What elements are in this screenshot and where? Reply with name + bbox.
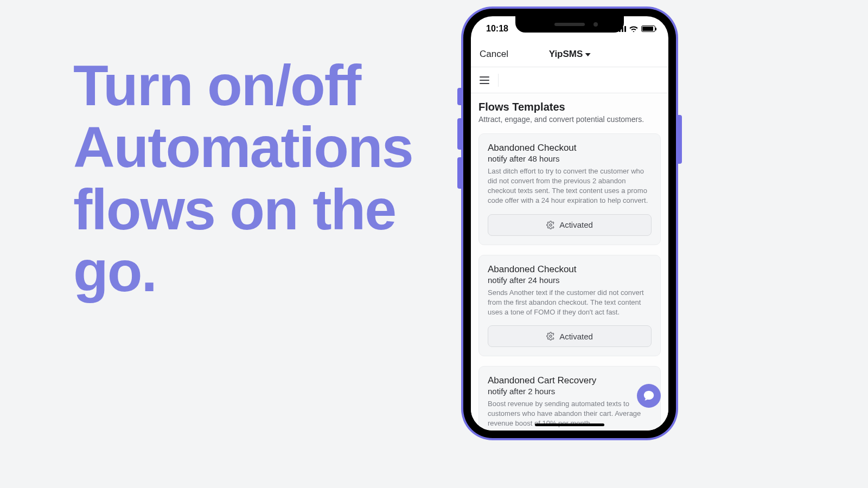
- activated-label: Activated: [559, 220, 593, 229]
- wifi-icon: [629, 25, 638, 32]
- activated-label: Activated: [559, 332, 593, 341]
- status-time: 10:18: [486, 24, 508, 34]
- flow-card-title: Abandoned Checkout: [488, 143, 652, 153]
- flow-card-subtitle: notify after 48 hours: [488, 154, 652, 163]
- activated-button[interactable]: Activated: [488, 214, 652, 236]
- flow-card-description: Sends Another text if the customer did n…: [488, 288, 652, 317]
- content-scroll[interactable]: Flows Templates Attract, engage, and con…: [471, 93, 668, 431]
- page-title: Flows Templates: [478, 101, 661, 113]
- flow-card[interactable]: Abandoned Checkout notify after 24 hours…: [478, 255, 661, 357]
- app-navbar: Cancel YipSMS: [471, 41, 668, 67]
- chat-fab[interactable]: [637, 384, 661, 408]
- flow-card-subtitle: notify after 24 hours: [488, 275, 652, 285]
- battery-icon: [641, 25, 655, 32]
- divider: [498, 74, 499, 87]
- gear-icon: [546, 332, 555, 341]
- svg-point-1: [550, 335, 552, 337]
- sub-toolbar: [471, 67, 668, 93]
- menu-icon[interactable]: [480, 76, 489, 84]
- flow-card-title: Abandoned Checkout: [488, 264, 652, 275]
- gear-icon: [546, 221, 555, 229]
- flow-card-subtitle: notify after 2 hours: [488, 387, 652, 396]
- app-title-dropdown[interactable]: YipSMS: [549, 49, 591, 60]
- cancel-button[interactable]: Cancel: [480, 49, 508, 60]
- flow-card[interactable]: Abandoned Checkout notify after 48 hours…: [478, 133, 661, 245]
- marketing-headline: Turn on/off Automations flows on the go.: [73, 54, 442, 303]
- flow-card-description: Last ditch effort to try to convert the …: [488, 166, 652, 206]
- flow-card-title: Abandoned Cart Recovery: [488, 375, 652, 386]
- home-indicator[interactable]: [535, 423, 604, 426]
- svg-point-0: [550, 224, 552, 226]
- chat-icon: [643, 390, 655, 402]
- activated-button[interactable]: Activated: [488, 325, 652, 347]
- flow-card[interactable]: Abandoned Cart Recovery notify after 2 h…: [478, 366, 661, 431]
- chevron-down-icon: [585, 53, 590, 56]
- phone-notch: [515, 16, 624, 33]
- page-subtitle: Attract, engage, and convert potential c…: [478, 114, 661, 125]
- app-title: YipSMS: [549, 49, 583, 60]
- phone-mockup: 10:18 Cancel YipSMS: [461, 7, 678, 440]
